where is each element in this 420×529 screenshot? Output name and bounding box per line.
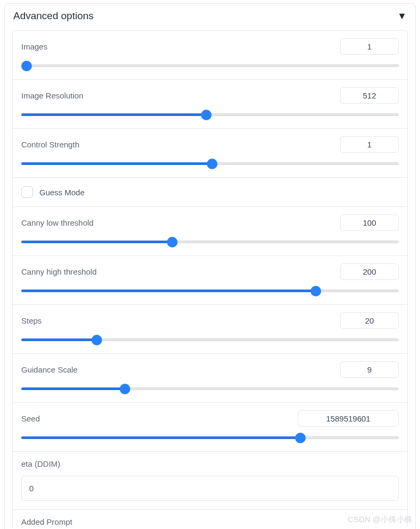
slider-thumb[interactable] [310,286,321,296]
advanced-options-panel: Advanced options ▼ Images 1 Image Resolu… [4,3,416,529]
slider-thumb[interactable] [21,61,32,71]
strength-slider[interactable] [21,160,399,168]
images-label: Images [21,42,47,51]
eta-row: eta (DDIM) [13,452,407,510]
seed-label: Seed [21,414,40,423]
guess-mode-row: Guess Mode [13,178,407,207]
panel-title: Advanced options [13,10,94,22]
steps-value[interactable]: 20 [340,312,399,329]
added-prompt-label: Added Prompt [21,517,399,526]
seed-slider[interactable] [21,434,399,442]
guidance-label: Guidance Scale [21,365,78,374]
resolution-row: Image Resolution 512 [13,80,407,129]
guidance-value[interactable]: 9 [340,361,399,378]
strength-row: Control Strength 1 [13,129,407,178]
watermark: CSDN @小殊小殊 [348,515,413,525]
canny-high-row: Canny high threshold 200 [13,256,407,305]
resolution-label: Image Resolution [21,91,83,100]
panel-header[interactable]: Advanced options ▼ [5,4,415,30]
canny-low-label: Canny low threshold [21,218,94,227]
images-value[interactable]: 1 [340,38,399,55]
images-slider[interactable] [21,62,399,70]
steps-row: Steps 20 [13,305,407,354]
guess-mode-label: Guess Mode [39,188,85,197]
guidance-slider[interactable] [21,385,399,393]
strength-value[interactable]: 1 [340,136,399,153]
eta-input[interactable] [21,476,399,501]
steps-slider[interactable] [21,336,399,344]
strength-label: Control Strength [21,140,79,149]
eta-label: eta (DDIM) [21,459,399,468]
collapse-icon[interactable]: ▼ [397,11,407,22]
resolution-slider[interactable] [21,111,399,119]
canny-high-value[interactable]: 200 [340,263,399,280]
seed-value[interactable]: 1589519601 [298,410,399,427]
canny-low-slider[interactable] [21,238,399,246]
steps-label: Steps [21,316,41,325]
resolution-value[interactable]: 512 [340,87,399,104]
slider-thumb[interactable] [207,159,217,169]
slider-thumb[interactable] [167,237,178,247]
slider-thumb[interactable] [91,335,102,345]
guess-mode-checkbox[interactable] [21,186,33,198]
options-container: Images 1 Image Resolution 512 [12,30,408,526]
canny-low-row: Canny low threshold 100 [13,207,407,256]
images-row: Images 1 [13,31,407,80]
canny-high-label: Canny high threshold [21,267,97,276]
guidance-row: Guidance Scale 9 [13,354,407,403]
seed-row: Seed 1589519601 [13,403,407,452]
canny-low-value[interactable]: 100 [340,214,399,231]
canny-high-slider[interactable] [21,287,399,295]
slider-thumb[interactable] [295,433,306,443]
slider-thumb[interactable] [201,110,212,120]
slider-thumb[interactable] [120,384,130,394]
